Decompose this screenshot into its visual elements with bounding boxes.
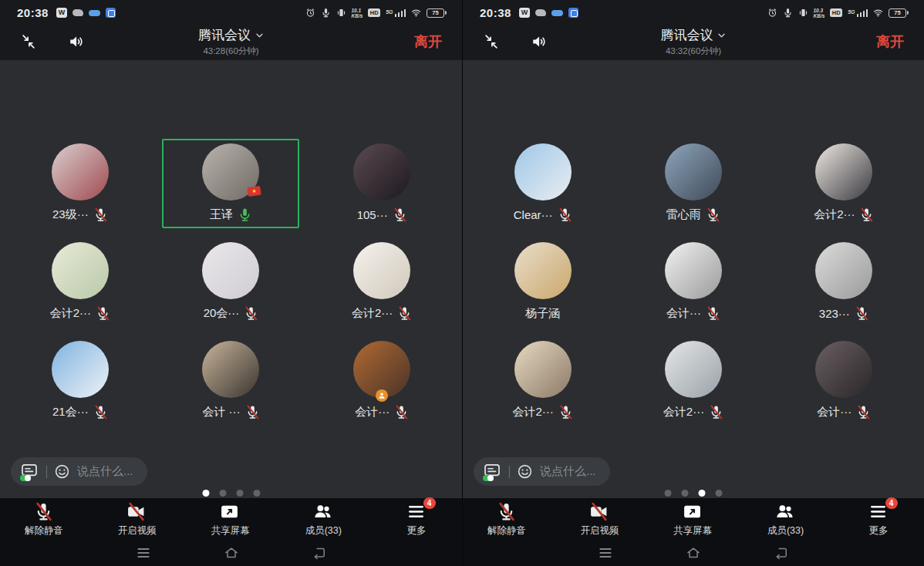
signal-indicator: 5G bbox=[386, 9, 406, 17]
more-icon: 4 bbox=[868, 502, 889, 521]
participant-avatar bbox=[665, 143, 722, 200]
mic-active-icon bbox=[238, 207, 252, 222]
app-notification-icon bbox=[568, 8, 578, 18]
participant-tile[interactable]: ★ 会计2··· bbox=[313, 238, 450, 327]
participant-tile[interactable]: ★ 323··· bbox=[775, 238, 912, 327]
vibrate-icon bbox=[336, 8, 346, 18]
status-left-cluster: 20:38 W bbox=[17, 6, 116, 19]
start-video-button[interactable]: 开启视频 bbox=[576, 502, 624, 537]
shrink-icon[interactable] bbox=[483, 33, 500, 50]
notification-app-icon bbox=[535, 9, 546, 16]
divider bbox=[509, 466, 510, 478]
home-icon[interactable] bbox=[224, 545, 239, 561]
participant-name: 会计2··· bbox=[512, 405, 553, 419]
participant-name: 会计2··· bbox=[814, 207, 855, 222]
clock-time: 20:38 bbox=[480, 6, 511, 19]
meeting-timer: 43:28(60分钟) bbox=[198, 45, 264, 57]
danmaku-toggle[interactable] bbox=[21, 463, 39, 480]
participant-tile[interactable]: ★ 20会··· bbox=[162, 238, 299, 327]
participant-name: 会计··· bbox=[355, 405, 389, 419]
start-video-button[interactable]: 开启视频 bbox=[113, 502, 161, 537]
members-icon bbox=[775, 502, 796, 521]
leave-button[interactable]: 离开 bbox=[876, 32, 904, 51]
participant-grid: ★ 23级··· ★ 王译 bbox=[0, 60, 462, 426]
members-button[interactable]: 成员(33) bbox=[762, 502, 810, 537]
recents-icon[interactable] bbox=[136, 545, 151, 561]
participant-name: 会计··· bbox=[666, 306, 701, 321]
participant-name: 21会··· bbox=[52, 405, 89, 419]
net-speed-unit: KB/s bbox=[814, 13, 825, 19]
participant-tile[interactable]: ★ 会计··· bbox=[625, 238, 762, 327]
avatar-wrap: ★ bbox=[514, 341, 572, 398]
mic-muted-icon bbox=[96, 306, 110, 321]
participant-tile[interactable]: ★ 会计2··· bbox=[625, 336, 762, 426]
participant-tile[interactable]: ★ 会计··· bbox=[775, 336, 912, 426]
alarm-icon bbox=[767, 8, 777, 18]
shrink-icon[interactable] bbox=[20, 33, 37, 50]
participant-tile[interactable]: ★ 会计 ··· bbox=[162, 336, 299, 426]
chat-input-row: 说点什么... bbox=[474, 457, 610, 486]
meeting-title-dropdown[interactable]: 腾讯会议 43:32(60分钟) bbox=[661, 26, 727, 57]
participant-tile[interactable]: ★ 会计2··· bbox=[12, 238, 149, 327]
participant-name: 23级··· bbox=[52, 207, 89, 222]
participant-avatar bbox=[353, 242, 410, 299]
meeting-title-dropdown[interactable]: 腾讯会议 43:28(60分钟) bbox=[198, 26, 264, 57]
participant-name: 会计2··· bbox=[663, 405, 704, 419]
vibrate-icon bbox=[798, 8, 808, 18]
emoji-icon[interactable] bbox=[517, 463, 533, 480]
speaker-icon[interactable] bbox=[531, 33, 548, 50]
page-dot bbox=[202, 490, 209, 497]
chat-placeholder: 说点什么... bbox=[77, 464, 133, 479]
avatar-wrap: ★ bbox=[815, 143, 872, 200]
participant-avatar bbox=[514, 341, 572, 398]
participant-avatar bbox=[665, 341, 722, 398]
back-icon[interactable] bbox=[312, 545, 327, 561]
more-button[interactable]: 4 更多 bbox=[393, 502, 440, 537]
speaker-icon[interactable] bbox=[68, 33, 85, 50]
participant-tile[interactable]: ★ 会计2··· bbox=[775, 139, 912, 228]
weather-cloud-icon bbox=[551, 10, 563, 16]
participant-name: Clear··· bbox=[514, 208, 553, 221]
chat-input[interactable]: 说点什么... bbox=[474, 457, 610, 486]
participant-tile[interactable]: ★ 21会··· bbox=[12, 336, 149, 426]
unmute-button[interactable]: 解除静音 bbox=[483, 502, 531, 537]
participant-tile[interactable]: ★ 23级··· bbox=[12, 139, 149, 228]
participant-tile[interactable]: ★ Clear··· bbox=[474, 139, 612, 228]
participant-tile[interactable]: ★ 105··· bbox=[313, 139, 450, 228]
participant-tile[interactable]: ★ 会计2··· bbox=[474, 336, 612, 426]
share-screen-button[interactable]: 共享屏幕 bbox=[669, 502, 717, 537]
unmute-button[interactable]: 解除静音 bbox=[20, 502, 68, 537]
participant-name: 会计2··· bbox=[352, 306, 393, 321]
participant-name: 105··· bbox=[357, 208, 388, 221]
participant-tile[interactable]: ★ 雷心雨 bbox=[625, 139, 762, 228]
share-screen-button[interactable]: 共享屏幕 bbox=[207, 502, 255, 537]
bottom-bar: 解除静音 开启视频 共享屏幕 成员(33) 4 更多 bbox=[463, 498, 924, 566]
back-icon[interactable] bbox=[774, 545, 789, 561]
avatar-wrap: ★ bbox=[665, 341, 722, 398]
participant-name: 会计··· bbox=[817, 405, 851, 419]
camera-off-icon bbox=[589, 502, 610, 521]
emoji-icon[interactable] bbox=[54, 463, 70, 480]
app-notification-icon bbox=[106, 8, 116, 18]
mic-muted-icon bbox=[706, 306, 720, 321]
mic-muted-icon bbox=[393, 207, 407, 222]
participant-tile[interactable]: ★ 王译 bbox=[162, 139, 299, 228]
home-icon[interactable] bbox=[686, 545, 701, 561]
chat-input[interactable]: 说点什么... bbox=[11, 457, 147, 486]
avatar-wrap: ★ bbox=[665, 143, 722, 200]
members-button[interactable]: 成员(33) bbox=[299, 502, 347, 537]
danmaku-toggle[interactable] bbox=[484, 463, 502, 480]
network-speed: 10.3 KB/s bbox=[814, 8, 825, 19]
net-speed-unit: KB/s bbox=[352, 13, 363, 19]
avatar-wrap: ★ bbox=[815, 242, 872, 299]
avatar-wrap: ★ bbox=[52, 341, 109, 398]
chat-placeholder: 说点什么... bbox=[540, 464, 596, 479]
participant-tile[interactable]: ★ 杨子涵 bbox=[474, 238, 612, 327]
status-left-cluster: 20:38 W bbox=[480, 6, 578, 19]
mic-muted-icon bbox=[706, 207, 720, 222]
more-button[interactable]: 4 更多 bbox=[855, 502, 902, 537]
mic-status-icon bbox=[321, 8, 331, 18]
recents-icon[interactable] bbox=[598, 545, 613, 561]
participant-tile[interactable]: ★ 会计··· bbox=[313, 336, 450, 426]
leave-button[interactable]: 离开 bbox=[414, 32, 442, 51]
